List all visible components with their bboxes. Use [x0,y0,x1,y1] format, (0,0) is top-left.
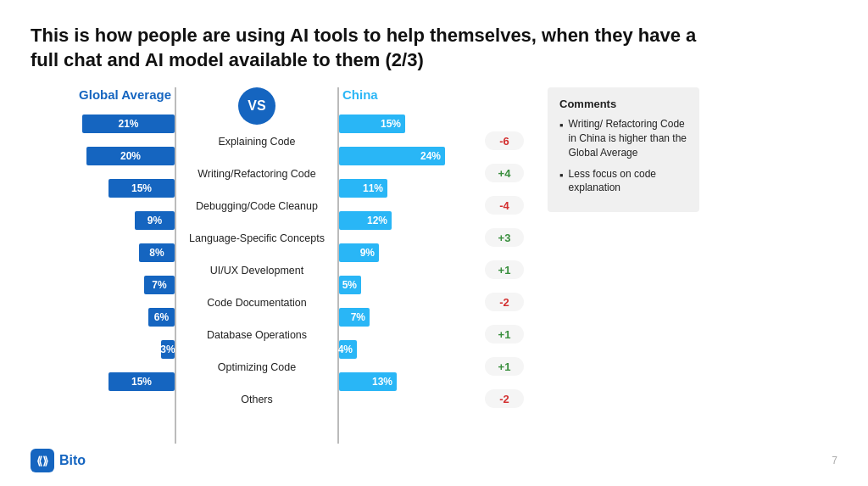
label-row: Optimizing Code [218,352,296,383]
global-bar: 7% [144,276,175,294]
china-bar-row: 9% [339,237,379,268]
diff-row: -2 [485,288,524,318]
global-bar: 21% [82,115,175,133]
label-row: UI/UX Development [210,255,303,286]
china-column: China 15%24%11%12%9%5%7%4%13% [339,87,475,444]
comment-bullet: ▪ [559,118,564,159]
labels-column: VS Explaining CodeWriting/Refactoring Co… [176,87,337,444]
diff-badge: +1 [485,325,524,344]
diff-row: -4 [485,191,524,221]
comment-text: Less focus on code explanation [569,167,687,196]
label-row: Database Operations [207,320,307,350]
diff-badge: -2 [485,293,524,311]
global-bar: 9% [135,211,175,230]
global-column: Global Average 21%20%15%9%8%7%6%3%15% [31,87,175,444]
china-bar: 12% [339,211,392,230]
china-bar: 4% [339,340,357,359]
diff-badge: +4 [485,164,524,182]
global-bar: 20% [86,147,175,165]
china-bar-row: 7% [339,302,370,332]
global-bar-row: 21% [82,109,175,139]
china-bar: 5% [339,276,361,294]
diff-badge: -6 [485,131,524,150]
logo-text: Bito [59,453,86,468]
global-bar-row: 6% [148,302,175,332]
page-number: 7 [832,455,837,466]
china-bar: 15% [339,115,405,133]
global-header: Global Average [79,87,175,102]
global-bar: 3% [161,340,175,359]
global-bar: 15% [108,372,175,391]
label-row: Others [241,384,273,415]
vs-badge: VS [238,87,275,125]
china-bar: 9% [339,243,379,262]
china-bar-row: 4% [339,334,357,365]
diff-row: +1 [485,255,524,286]
china-bar: 13% [339,372,397,391]
global-bar-row: 8% [139,237,175,268]
china-bar: 24% [339,147,445,165]
diff-column: -6+4-4+3+1-2+1+1-2 [475,87,534,444]
comments-column: Comments ▪Writing/ Refactoring Code in C… [534,87,699,444]
global-bar: 6% [148,308,175,327]
diff-row: -6 [485,126,524,157]
diff-row: -2 [485,384,524,415]
comment-text: Writing/ Refactoring Code in China is hi… [569,117,687,159]
page: This is how people are using AI tools to… [0,0,868,486]
label-row: Explaining Code [218,126,295,157]
global-bar: 15% [108,179,175,198]
comments-title: Comments [559,98,687,110]
china-bar: 11% [339,179,387,198]
global-bar-row: 3% [161,334,175,365]
page-title: This is how people are using AI tools to… [31,24,726,72]
china-bar-row: 15% [339,109,405,139]
diff-badge: -2 [485,389,524,408]
comment-item: ▪Writing/ Refactoring Code in China is h… [559,117,687,159]
diff-badge: +3 [485,228,524,247]
diff-badge: +1 [485,357,524,376]
global-bar: 8% [139,243,175,262]
logo: ⟪⟫ Bito [31,449,86,472]
global-bar-row: 7% [144,270,175,300]
label-row: Language-Specific Concepts [189,223,325,254]
global-bar-row: 15% [108,173,175,204]
label-row: Code Documentation [207,288,306,318]
diff-row: +3 [485,223,524,254]
china-bar-row: 24% [339,141,445,171]
comments-box: Comments ▪Writing/ Refactoring Code in C… [548,87,699,212]
comment-bullet: ▪ [559,168,564,196]
global-bar-row: 20% [86,141,175,171]
diff-row: +1 [485,320,524,350]
footer: ⟪⟫ Bito 7 [31,449,837,472]
logo-icon: ⟪⟫ [31,449,54,472]
china-bar-row: 13% [339,366,397,397]
diff-badge: -4 [485,196,524,215]
china-bar-row: 11% [339,173,387,204]
diff-row: +4 [485,159,524,189]
china-bar-row: 12% [339,205,392,236]
global-bar-row: 15% [108,366,175,397]
china-bar-row: 5% [339,270,361,300]
label-row: Writing/Refactoring Code [198,159,315,189]
china-bar: 7% [339,308,370,327]
label-row: Debugging/Code Cleanup [196,191,318,221]
diff-row: +1 [485,352,524,383]
comment-item: ▪Less focus on code explanation [559,167,687,196]
diff-badge: +1 [485,260,524,279]
global-bar-row: 9% [135,205,175,236]
china-header: China [339,87,378,102]
content-area: Global Average 21%20%15%9%8%7%6%3%15% VS… [31,87,837,444]
